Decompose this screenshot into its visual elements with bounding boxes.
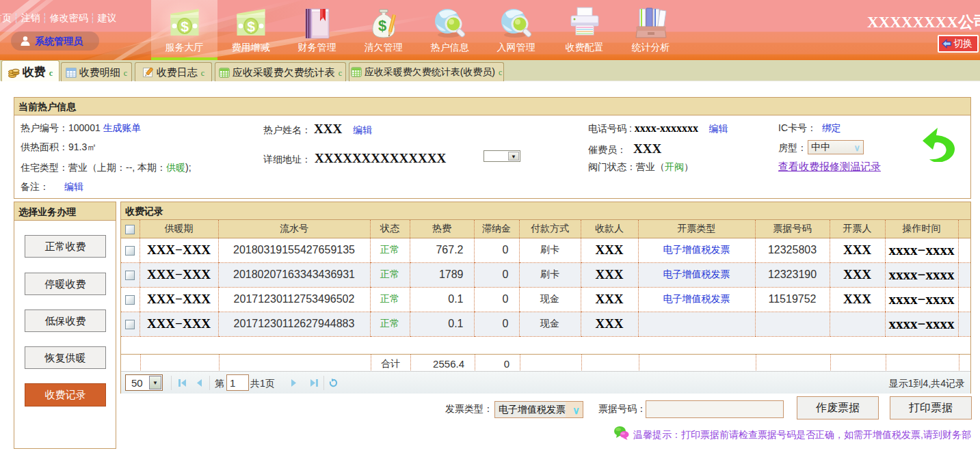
svg-text:$: $ bbox=[378, 17, 386, 34]
svg-text:$: $ bbox=[247, 18, 255, 34]
svg-text:$: $ bbox=[181, 18, 189, 34]
